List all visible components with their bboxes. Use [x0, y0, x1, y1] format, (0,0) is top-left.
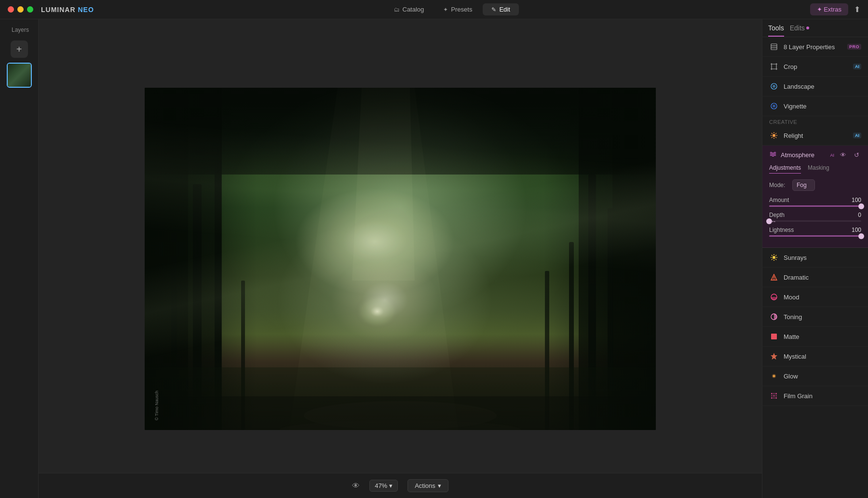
zoom-selector[interactable]: 47% ▾ — [369, 480, 398, 492]
titlebar-right: ✦ Extras ⬆ — [810, 3, 860, 15]
sidebar-item-dramatic[interactable]: Dramatic — [762, 268, 868, 287]
close-button[interactable] — [8, 6, 14, 13]
atmosphere-panel: Atmosphere AI 👁 ↺ Adjustments Masking Mo… — [762, 146, 868, 248]
canvas-area: © Timo Nausch 👁 47% ▾ Actions ▾ — [39, 19, 762, 498]
sidebar-item-mood[interactable]: Mood — [762, 287, 868, 307]
presets-nav-button[interactable]: ✦ Presets — [434, 3, 481, 15]
sidebar-item-relight[interactable]: Relight AI — [762, 126, 868, 146]
mystical-icon — [769, 351, 779, 361]
svg-point-33 — [773, 85, 775, 88]
svg-rect-64 — [771, 393, 773, 394]
titlebar: LUMINAR NEO 🗂 Catalog ✦ Presets ✎ Edit ✦… — [0, 0, 868, 19]
film-grain-icon — [769, 391, 779, 401]
minimize-button[interactable] — [17, 6, 24, 13]
landscape-label: Landscape — [784, 83, 861, 90]
matte-icon — [769, 332, 779, 341]
svg-rect-72 — [775, 397, 777, 399]
sidebar-item-crop[interactable]: Crop AI — [762, 57, 868, 77]
share-button[interactable]: ⬆ — [854, 5, 860, 14]
lightness-label: Lightness — [769, 227, 794, 233]
depth-slider-track[interactable]: ↔ — [769, 220, 861, 222]
svg-rect-68 — [773, 395, 775, 397]
amount-slider-thumb[interactable] — [858, 203, 864, 209]
film-grain-label: Film Grain — [784, 392, 861, 400]
right-panel: Tools Edits 8 Layer Properties PRO — [762, 19, 868, 498]
layer-thumb-image — [8, 64, 31, 87]
svg-rect-66 — [775, 393, 777, 394]
amount-slider-row: Amount 100 — [769, 197, 861, 207]
actions-button[interactable]: Actions ▾ — [407, 479, 448, 492]
depth-slider-header: Depth 0 — [769, 212, 861, 218]
app-logo: LUMINAR NEO — [41, 6, 94, 13]
atmosphere-visibility-toggle[interactable]: 👁 — [838, 150, 848, 160]
depth-slider-row: Depth 0 ↔ — [769, 212, 861, 222]
atmosphere-controls: 👁 ↺ — [838, 150, 861, 160]
presets-label: Presets — [451, 6, 472, 13]
tab-edits[interactable]: Edits — [790, 24, 809, 37]
layers-title: Layers — [6, 27, 29, 33]
panel-tabs: Tools Edits — [762, 19, 868, 37]
visibility-toggle[interactable]: 👁 — [352, 482, 360, 490]
sunrays-label: Sunrays — [784, 254, 861, 261]
lightness-slider-track[interactable] — [769, 235, 861, 237]
crop-label: Crop — [784, 63, 848, 70]
titlebar-nav: 🗂 Catalog ✦ Presets ✎ Edit — [385, 3, 519, 15]
share-icon: ⬆ — [854, 5, 860, 13]
vignette-label: Vignette — [784, 103, 861, 110]
depth-slider-thumb[interactable] — [766, 218, 772, 224]
sidebar-item-glow[interactable]: Glow — [762, 366, 868, 386]
main-layout: Layers + — [0, 19, 868, 498]
svg-line-50 — [772, 255, 773, 256]
catalog-nav-button[interactable]: 🗂 Catalog — [385, 3, 433, 15]
amount-slider-track[interactable] — [769, 205, 861, 207]
add-layer-button[interactable]: + — [11, 40, 28, 58]
actions-chevron-icon: ▾ — [438, 482, 441, 489]
add-layer-icon: + — [16, 44, 22, 55]
svg-line-41 — [772, 133, 773, 134]
mode-select[interactable]: Fog Mist Haze Rain — [792, 179, 815, 191]
layer-properties-label: 8 Layer Properties — [784, 43, 842, 51]
toning-label: Toning — [784, 313, 861, 321]
sidebar-item-matte[interactable]: Matte — [762, 327, 868, 347]
amount-value: 100 — [852, 197, 861, 203]
relight-icon — [769, 131, 779, 140]
catalog-icon: 🗂 — [394, 6, 400, 13]
lightness-slider-thumb[interactable] — [858, 233, 864, 239]
svg-rect-69 — [775, 395, 777, 397]
lightness-value: 100 — [852, 227, 861, 233]
tab-adjustments[interactable]: Adjustments — [769, 164, 801, 174]
svg-point-56 — [773, 279, 774, 280]
traffic-lights — [8, 6, 33, 13]
svg-line-43 — [775, 133, 776, 134]
extras-button[interactable]: ✦ Extras — [810, 3, 848, 15]
lightness-slider-fill — [769, 235, 861, 237]
matte-label: Matte — [784, 333, 861, 340]
maximize-button[interactable] — [27, 6, 33, 13]
vignette-icon — [769, 101, 779, 111]
edits-dot — [806, 27, 809, 29]
toning-icon — [769, 312, 779, 322]
sidebar-item-sunrays[interactable]: Sunrays — [762, 248, 868, 268]
depth-label: Depth — [769, 212, 785, 218]
svg-rect-59 — [771, 334, 777, 339]
edit-nav-button[interactable]: ✎ Edit — [483, 3, 518, 15]
svg-line-53 — [772, 259, 773, 260]
atmosphere-header[interactable]: Atmosphere AI 👁 ↺ — [762, 146, 868, 164]
atmosphere-reset-button[interactable]: ↺ — [852, 150, 861, 160]
sidebar-item-layer-properties[interactable]: 8 Layer Properties PRO — [762, 37, 868, 57]
sidebar-item-mystical[interactable]: Mystical — [762, 347, 868, 366]
sidebar-item-film-grain[interactable]: Film Grain — [762, 386, 868, 406]
extras-label: ✦ Extras — [817, 6, 841, 13]
relight-badge: AI — [853, 133, 861, 138]
sidebar-item-landscape[interactable]: Landscape — [762, 77, 868, 96]
sidebar-item-toning[interactable]: Toning — [762, 307, 868, 327]
layer-properties-icon — [769, 42, 779, 52]
svg-line-51 — [775, 259, 776, 260]
tab-tools[interactable]: Tools — [768, 24, 784, 37]
mode-row: Mode: Fog Mist Haze Rain — [769, 179, 861, 191]
tab-masking[interactable]: Masking — [808, 164, 829, 174]
mood-label: Mood — [784, 294, 861, 301]
atmosphere-tabs: Adjustments Masking — [769, 164, 861, 174]
sidebar-item-vignette[interactable]: Vignette — [762, 96, 868, 116]
layer-thumbnail[interactable] — [7, 63, 32, 88]
